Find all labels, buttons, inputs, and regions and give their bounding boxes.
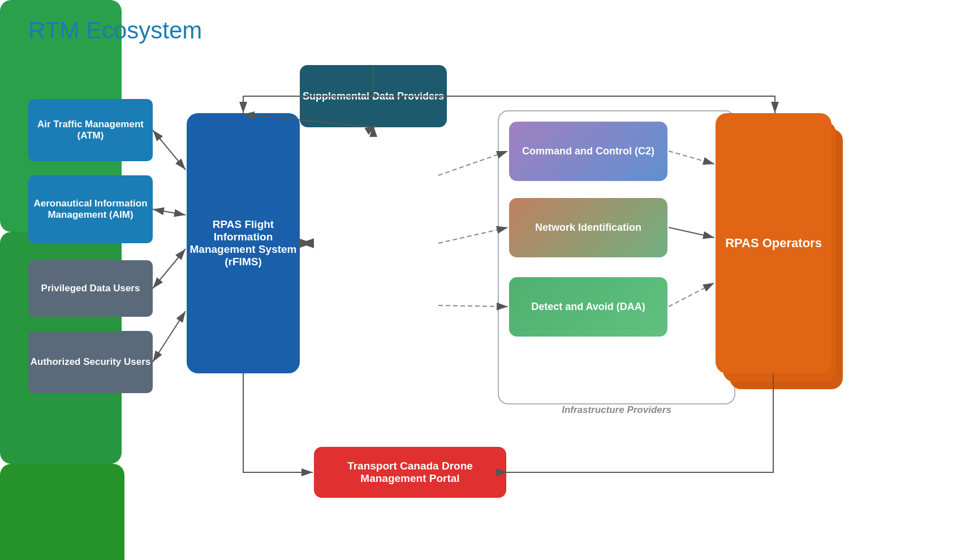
asu-box: Authorized Security Users bbox=[28, 331, 153, 393]
page: RTM Ecosystem Air Traffic Management (AT… bbox=[0, 0, 978, 560]
atm-box: Air Traffic Management (ATM) bbox=[28, 99, 153, 161]
rsp-box-front: RTM Service Providers (RSPs) bbox=[0, 464, 124, 560]
pdu-box: Privileged Data Users bbox=[28, 260, 153, 317]
infra-label: Infrastructure Providers bbox=[509, 404, 724, 416]
svg-line-5 bbox=[153, 249, 186, 288]
daa-box: Detect and Avoid (DAA) bbox=[509, 277, 667, 337]
netid-box: Network Identification bbox=[509, 198, 667, 257]
aim-box: Aeronautical Information Management (AIM… bbox=[28, 175, 153, 243]
sdp-box: Supplemental Data Providers bbox=[300, 65, 447, 127]
c2-box: Command and Control (C2) bbox=[509, 122, 667, 181]
tc-box: Transport Canada Drone Management Portal bbox=[314, 447, 506, 498]
page-title: RTM Ecosystem bbox=[28, 17, 202, 44]
svg-line-4 bbox=[153, 209, 186, 215]
ops-box-front: RPAS Operators bbox=[716, 113, 831, 373]
rfims-box: RPAS Flight Information Management Syste… bbox=[187, 113, 300, 373]
svg-line-3 bbox=[153, 130, 186, 170]
svg-line-6 bbox=[153, 311, 186, 362]
